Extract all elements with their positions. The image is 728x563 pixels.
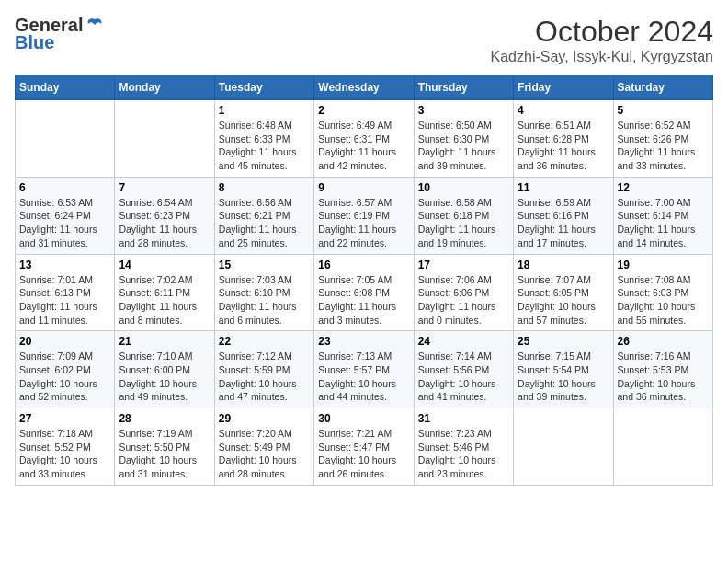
cell-info: Sunrise: 7:16 AMSunset: 5:53 PMDaylight:… — [618, 350, 709, 404]
day-number: 13 — [19, 259, 110, 271]
calendar-cell: 25Sunrise: 7:15 AMSunset: 5:54 PMDayligh… — [514, 331, 613, 408]
cell-info: Sunrise: 7:14 AMSunset: 5:56 PMDaylight:… — [418, 350, 509, 404]
calendar-cell: 8Sunrise: 6:56 AMSunset: 6:21 PMDaylight… — [214, 177, 313, 254]
calendar-cell: 7Sunrise: 6:54 AMSunset: 6:23 PMDaylight… — [115, 177, 214, 254]
cell-info: Sunrise: 7:12 AMSunset: 5:59 PMDaylight:… — [219, 350, 310, 404]
calendar-cell: 20Sunrise: 7:09 AMSunset: 6:02 PMDayligh… — [16, 331, 115, 408]
day-number: 20 — [19, 335, 110, 348]
weekday-header-wednesday: Wednesday — [314, 75, 414, 100]
calendar-cell: 26Sunrise: 7:16 AMSunset: 5:53 PMDayligh… — [613, 331, 712, 408]
calendar-cell — [514, 408, 613, 486]
day-number: 28 — [119, 412, 210, 425]
calendar-cell: 6Sunrise: 6:53 AMSunset: 6:24 PMDaylight… — [16, 177, 115, 254]
calendar-cell: 15Sunrise: 7:03 AMSunset: 6:10 PMDayligh… — [214, 254, 313, 331]
calendar-cell: 17Sunrise: 7:06 AMSunset: 6:06 PMDayligh… — [414, 254, 513, 331]
day-number: 6 — [19, 181, 110, 194]
day-number: 18 — [518, 259, 609, 271]
cell-info: Sunrise: 6:58 AMSunset: 6:18 PMDaylight:… — [418, 196, 509, 250]
day-number: 8 — [219, 181, 310, 194]
cell-info: Sunrise: 7:18 AMSunset: 5:52 PMDaylight:… — [19, 427, 110, 481]
day-number: 9 — [318, 181, 409, 194]
cell-info: Sunrise: 7:05 AMSunset: 6:08 PMDaylight:… — [318, 273, 409, 327]
calendar-cell: 13Sunrise: 7:01 AMSunset: 6:13 PMDayligh… — [16, 254, 115, 331]
calendar-cell: 14Sunrise: 7:02 AMSunset: 6:11 PMDayligh… — [115, 254, 214, 331]
calendar-cell: 12Sunrise: 7:00 AMSunset: 6:14 PMDayligh… — [613, 177, 712, 254]
day-number: 31 — [418, 412, 509, 425]
calendar-cell — [16, 100, 115, 178]
calendar-cell: 28Sunrise: 7:19 AMSunset: 5:50 PMDayligh… — [115, 408, 214, 486]
day-number: 26 — [618, 335, 709, 348]
cell-info: Sunrise: 7:09 AMSunset: 6:02 PMDaylight:… — [19, 350, 110, 404]
cell-info: Sunrise: 7:20 AMSunset: 5:49 PMDaylight:… — [219, 427, 310, 481]
cell-info: Sunrise: 7:15 AMSunset: 5:54 PMDaylight:… — [518, 350, 609, 404]
calendar-cell: 1Sunrise: 6:48 AMSunset: 6:33 PMDaylight… — [214, 100, 313, 178]
day-number: 30 — [318, 412, 409, 425]
cell-info: Sunrise: 7:01 AMSunset: 6:13 PMDaylight:… — [19, 273, 110, 327]
day-number: 3 — [418, 104, 509, 117]
cell-info: Sunrise: 6:59 AMSunset: 6:16 PMDaylight:… — [518, 196, 609, 250]
cell-info: Sunrise: 7:00 AMSunset: 6:14 PMDaylight:… — [618, 196, 709, 250]
day-number: 12 — [618, 181, 709, 194]
cell-info: Sunrise: 7:23 AMSunset: 5:46 PMDaylight:… — [418, 427, 509, 481]
calendar-cell: 22Sunrise: 7:12 AMSunset: 5:59 PMDayligh… — [214, 331, 313, 408]
calendar-cell: 18Sunrise: 7:07 AMSunset: 6:05 PMDayligh… — [514, 254, 613, 331]
cell-info: Sunrise: 7:19 AMSunset: 5:50 PMDaylight:… — [119, 427, 210, 481]
month-title: October 2024 — [491, 15, 713, 49]
cell-info: Sunrise: 6:57 AMSunset: 6:19 PMDaylight:… — [318, 196, 409, 250]
logo-bird-icon — [85, 16, 105, 36]
calendar-week-row: 1Sunrise: 6:48 AMSunset: 6:33 PMDaylight… — [16, 100, 713, 178]
day-number: 10 — [418, 181, 509, 194]
calendar-week-row: 20Sunrise: 7:09 AMSunset: 6:02 PMDayligh… — [16, 331, 713, 408]
calendar-week-row: 6Sunrise: 6:53 AMSunset: 6:24 PMDaylight… — [16, 177, 713, 254]
location-title: Kadzhi-Say, Issyk-Kul, Kyrgyzstan — [491, 49, 713, 65]
title-area: October 2024 Kadzhi-Say, Issyk-Kul, Kyrg… — [491, 15, 713, 65]
cell-info: Sunrise: 7:13 AMSunset: 5:57 PMDaylight:… — [318, 350, 409, 404]
weekday-header-tuesday: Tuesday — [214, 75, 313, 100]
cell-info: Sunrise: 6:50 AMSunset: 6:30 PMDaylight:… — [418, 119, 509, 173]
calendar-cell: 24Sunrise: 7:14 AMSunset: 5:56 PMDayligh… — [414, 331, 513, 408]
cell-info: Sunrise: 7:03 AMSunset: 6:10 PMDaylight:… — [219, 273, 310, 327]
logo: General Blue — [15, 15, 105, 53]
calendar-cell: 3Sunrise: 6:50 AMSunset: 6:30 PMDaylight… — [414, 100, 513, 178]
calendar-table: SundayMondayTuesdayWednesdayThursdayFrid… — [15, 75, 713, 486]
weekday-header-monday: Monday — [115, 75, 214, 100]
cell-info: Sunrise: 6:48 AMSunset: 6:33 PMDaylight:… — [219, 119, 310, 173]
calendar-cell: 16Sunrise: 7:05 AMSunset: 6:08 PMDayligh… — [314, 254, 414, 331]
day-number: 27 — [19, 412, 110, 425]
cell-info: Sunrise: 6:54 AMSunset: 6:23 PMDaylight:… — [119, 196, 210, 250]
calendar-week-row: 13Sunrise: 7:01 AMSunset: 6:13 PMDayligh… — [16, 254, 713, 331]
calendar-cell: 11Sunrise: 6:59 AMSunset: 6:16 PMDayligh… — [514, 177, 613, 254]
day-number: 5 — [618, 104, 709, 117]
day-number: 19 — [618, 259, 709, 271]
calendar-cell — [115, 100, 214, 178]
day-number: 25 — [518, 335, 609, 348]
weekday-header-saturday: Saturday — [613, 75, 712, 100]
weekday-header-thursday: Thursday — [414, 75, 513, 100]
weekday-header-sunday: Sunday — [16, 75, 115, 100]
day-number: 7 — [119, 181, 210, 194]
cell-info: Sunrise: 7:10 AMSunset: 6:00 PMDaylight:… — [119, 350, 210, 404]
cell-info: Sunrise: 6:52 AMSunset: 6:26 PMDaylight:… — [618, 119, 709, 173]
day-number: 24 — [418, 335, 509, 348]
calendar-week-row: 27Sunrise: 7:18 AMSunset: 5:52 PMDayligh… — [16, 408, 713, 486]
cell-info: Sunrise: 6:56 AMSunset: 6:21 PMDaylight:… — [219, 196, 310, 250]
cell-info: Sunrise: 7:07 AMSunset: 6:05 PMDaylight:… — [518, 273, 609, 327]
day-number: 16 — [318, 259, 409, 271]
day-number: 14 — [119, 259, 210, 271]
calendar-cell: 31Sunrise: 7:23 AMSunset: 5:46 PMDayligh… — [414, 408, 513, 486]
weekday-header-friday: Friday — [514, 75, 613, 100]
logo-blue-text: Blue — [15, 32, 54, 53]
day-number: 29 — [219, 412, 310, 425]
cell-info: Sunrise: 7:08 AMSunset: 6:03 PMDaylight:… — [618, 273, 709, 327]
cell-info: Sunrise: 7:21 AMSunset: 5:47 PMDaylight:… — [318, 427, 409, 481]
day-number: 2 — [318, 104, 409, 117]
cell-info: Sunrise: 6:49 AMSunset: 6:31 PMDaylight:… — [318, 119, 409, 173]
calendar-cell: 29Sunrise: 7:20 AMSunset: 5:49 PMDayligh… — [214, 408, 313, 486]
day-number: 22 — [219, 335, 310, 348]
calendar-cell: 10Sunrise: 6:58 AMSunset: 6:18 PMDayligh… — [414, 177, 513, 254]
calendar-cell — [613, 408, 712, 486]
calendar-cell: 5Sunrise: 6:52 AMSunset: 6:26 PMDaylight… — [613, 100, 712, 178]
day-number: 23 — [318, 335, 409, 348]
day-number: 15 — [219, 259, 310, 271]
calendar-cell: 23Sunrise: 7:13 AMSunset: 5:57 PMDayligh… — [314, 331, 414, 408]
